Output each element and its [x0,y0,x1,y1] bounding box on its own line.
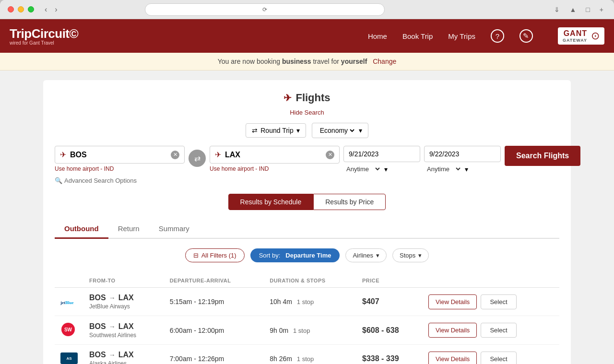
depart-date-field: Anytime Morning Afternoon Evening ▾ [343,146,420,173]
to-hint[interactable]: Use home airport - IND [210,165,340,172]
stops-count: 1 stop [293,327,310,334]
dep-arr-cell: 5:15am - 12:19pm [164,288,264,316]
actions-cell: View Details Select [423,288,559,316]
main-content: ✈ Flights Hide Search ⇄ Round Trip ▾ Eco… [0,70,614,364]
route-cell: BOS → LAX Alaska Airlines [83,345,164,364]
swap-airports-btn[interactable]: ⇄ [189,150,206,167]
col-dep-arr: DEPARTURE-ARRIVAL [164,274,264,288]
select-flight-btn[interactable]: Select [481,352,516,364]
return-time-arrow: ▾ [465,165,468,173]
flights-list: jetBlue BOS → LAX JetBlue Airways 5:15am… [55,288,559,364]
results-by-schedule-btn[interactable]: Results by Schedule [228,194,314,210]
back-btn[interactable]: ‹ [42,4,50,15]
address-bar[interactable]: ⟳ [145,3,385,16]
view-details-btn[interactable]: View Details [428,323,477,338]
duration: 9h 0m [270,327,288,334]
logo-sub: wired for Gant Travel [10,40,78,46]
clear-from-btn[interactable]: ✕ [171,151,179,159]
table-row: jetBlue BOS → LAX JetBlue Airways 5:15am… [55,288,559,316]
help-icon[interactable]: ? [491,29,504,43]
filter-row: ⊟ All Filters (1) Sort by: Departure Tim… [55,248,559,262]
maximize-window-btn[interactable] [28,6,34,12]
results-by-price-btn[interactable]: Results by Price [313,194,386,210]
return-date-input[interactable] [424,146,501,162]
route-cell: BOS → LAX Southwest Airlines [83,316,164,345]
table-row: SW BOS → LAX Southwest Airlines 6:00am -… [55,316,559,345]
gant-logo-text: GANT [564,29,587,38]
airlines-filter-btn[interactable]: Airlines ▾ [345,248,387,262]
to-airport-input[interactable] [225,151,326,159]
cabin-select[interactable]: Economy Business First ▾ [312,123,368,138]
account-icon[interactable]: ✎ [520,29,533,43]
nav-home[interactable]: Home [368,32,387,40]
view-details-btn[interactable]: View Details [428,294,477,309]
minimize-window-btn[interactable] [18,6,24,12]
return-time-select[interactable]: Anytime Morning Afternoon Evening [425,165,462,173]
advanced-search[interactable]: 🔍 Advanced Search Options [55,177,559,184]
sort-value: Departure Time [285,252,331,259]
sort-btn[interactable]: Sort by: Departure Time [250,248,340,262]
airline-logo-cell: AS [55,345,83,364]
tab-return[interactable]: Return [108,220,149,239]
select-flight-btn[interactable]: Select [481,294,516,309]
col-price: PRICE [356,274,423,288]
stops-filter-btn[interactable]: Stops ▾ [392,248,429,262]
close-window-btn[interactable] [8,6,14,12]
from-hint[interactable]: Use home airport - IND [55,165,185,172]
all-filters-label: All Filters (1) [201,252,236,259]
trip-type-select[interactable]: ⇄ Round Trip ▾ [246,123,306,138]
airline-logo-cell: SW [55,316,83,345]
tab-outbound[interactable]: Outbound [55,220,108,239]
depart-time-select[interactable]: Anytime Morning Afternoon Evening [344,165,381,173]
clear-to-btn[interactable]: ✕ [326,151,334,159]
depart-time-wrap: Anytime Morning Afternoon Evening ▾ [343,165,420,173]
select-flight-btn[interactable]: Select [481,323,516,338]
download-btn[interactable]: ⇓ [551,5,563,14]
trip-type-label: Round Trip [260,127,293,134]
route-arrow-icon: → [109,351,116,359]
sort-label: Sort by: [259,252,281,259]
actions-cell: View Details Select [423,316,559,345]
search-options-row: ⇄ Round Trip ▾ Economy Business First ▾ [55,123,559,138]
from-plane-icon: ✈ [60,150,66,159]
to-input-wrap: ✈ ✕ [210,146,340,164]
search-small-icon: 🔍 [55,177,62,184]
forward-btn[interactable]: › [52,4,60,15]
cabin-dropdown[interactable]: Economy Business First [318,126,356,135]
tab-summary[interactable]: Summary [149,220,199,239]
filter-icon: ⊟ [193,252,199,259]
results-table: FROM-TO DEPARTURE-ARRIVAL DURATION & STO… [55,274,559,364]
booking-bar: You are now booking business travel for … [0,53,614,70]
tile-btn[interactable]: □ [583,5,592,14]
from-input-wrap: ✈ ✕ [55,146,185,164]
col-from-to: FROM-TO [83,274,164,288]
stops-count: 1 stop [297,298,314,305]
change-booking-link[interactable]: Change [373,58,396,65]
booking-middle: travel for [313,58,339,65]
airline-logo: AS [60,352,78,364]
nav-book-trip[interactable]: Book Trip [402,32,433,40]
all-filters-btn[interactable]: ⊟ All Filters (1) [185,248,245,262]
price-cell: $407 [356,288,423,316]
share-btn[interactable]: ▲ [567,5,579,14]
from-airport-input[interactable] [70,151,171,159]
airline-name: Alaska Airlines [89,360,158,364]
view-details-btn[interactable]: View Details [428,352,477,364]
airline-name: Southwest Airlines [89,332,158,339]
booking-type: business [282,58,311,65]
duration-cell: 8h 26m 1 stop [264,345,356,364]
depart-date-input[interactable] [343,146,420,162]
duration: 10h 4m [270,298,292,305]
table-header: FROM-TO DEPARTURE-ARRIVAL DURATION & STO… [55,274,559,288]
duration: 8h 26m [270,355,292,363]
col-duration: DURATION & STOPS [264,274,356,288]
new-tab-btn[interactable]: + [597,5,606,14]
depart-time-arrow: ▾ [384,165,388,173]
stops-arrow: ▾ [418,252,422,259]
header-nav: Home Book Trip My Trips ? ✎ GANT GATEWAY… [368,27,604,45]
search-flights-btn[interactable]: Search Flights [505,146,580,166]
content-card: ✈ Flights Hide Search ⇄ Round Trip ▾ Eco… [43,80,571,364]
booking-person: yourself [341,58,367,65]
nav-my-trips[interactable]: My Trips [448,32,475,40]
hide-search-link[interactable]: Hide Search [55,109,559,116]
